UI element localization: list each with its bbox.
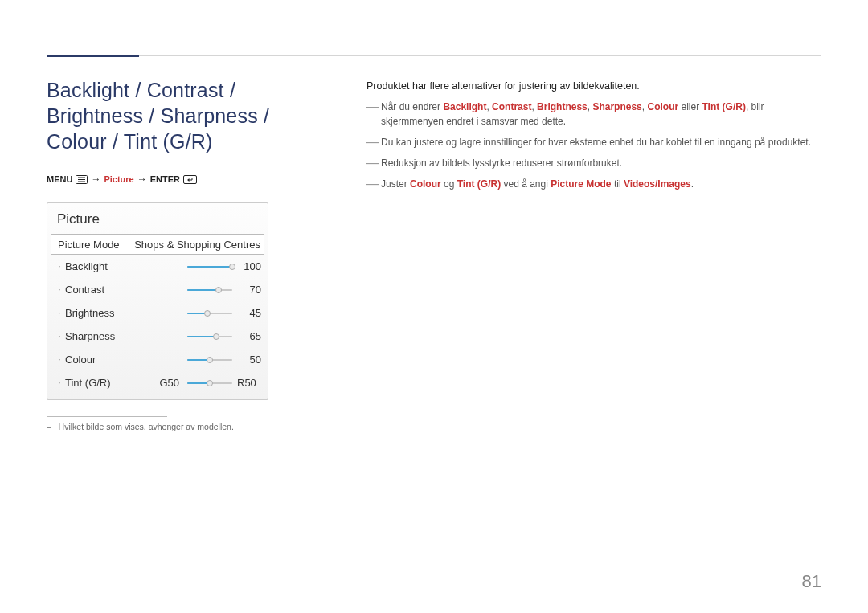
slider-label: Backlight — [65, 260, 182, 272]
slider-value: 65 — [237, 330, 261, 342]
menu-icon — [76, 175, 88, 184]
slider[interactable] — [187, 356, 232, 364]
sliders-container: ·Backlight100·Contrast70·Brightness45·Sh… — [47, 255, 268, 371]
slider-row[interactable]: ·Backlight100 — [47, 255, 268, 278]
note-2: ― Du kan justere og lagre innstillinger … — [366, 135, 821, 149]
bullet-icon: · — [57, 332, 62, 341]
slider-row[interactable]: ·Sharpness65 — [47, 325, 268, 348]
page-title: Backlight / Contrast / Brightness / Shar… — [47, 77, 312, 154]
slider-label: Brightness — [65, 307, 182, 319]
slider-label: Tint (G/R) — [65, 377, 154, 389]
slider-value: 70 — [237, 284, 261, 296]
breadcrumb: MENU → Picture → ENTER — [47, 174, 312, 185]
slider-label: Contrast — [65, 284, 182, 296]
right-column: Produktet har flere alternativer for jus… — [366, 80, 821, 198]
slider[interactable] — [187, 286, 232, 294]
note-text: Reduksjon av bildets lysstyrke reduserer… — [381, 156, 821, 170]
footnote-divider — [47, 416, 167, 417]
breadcrumb-picture: Picture — [104, 174, 133, 184]
bullet-icon: · — [57, 285, 62, 294]
slider[interactable] — [187, 309, 232, 317]
picture-mode-label: Picture Mode — [58, 239, 134, 251]
footnote: – Hvilket bilde som vises, avhenger av m… — [47, 422, 312, 431]
note-text: Juster Colour og Tint (G/R) ved å angi P… — [381, 177, 821, 191]
slider[interactable] — [187, 263, 232, 271]
page: Backlight / Contrast / Brightness / Shar… — [0, 0, 868, 613]
left-column: Backlight / Contrast / Brightness / Shar… — [47, 77, 312, 431]
slider-value: 100 — [237, 260, 261, 272]
slider-row[interactable]: ·Colour50 — [47, 348, 268, 371]
header-accent — [47, 55, 139, 57]
picture-panel: Picture Picture Mode Shops & Shopping Ce… — [47, 202, 268, 400]
slider-row[interactable]: ·Brightness45 — [47, 301, 268, 325]
breadcrumb-menu: MENU — [47, 174, 72, 184]
bullet-icon: · — [57, 355, 62, 364]
slider[interactable] — [187, 333, 232, 341]
slider-label: Colour — [65, 353, 182, 366]
note-1: ― Når du endrer Backlight, Contrast, Bri… — [366, 100, 821, 129]
dash-icon: ― — [366, 156, 381, 170]
breadcrumb-arrow: → — [91, 174, 100, 185]
body-intro: Produktet har flere alternativer for jus… — [366, 80, 821, 92]
bullet-icon: · — [57, 262, 62, 271]
dash-icon: ― — [366, 135, 381, 149]
note-text: Når du endrer Backlight, Contrast, Brigh… — [381, 100, 821, 129]
dash-icon: ― — [366, 100, 381, 129]
breadcrumb-arrow: → — [137, 174, 147, 185]
header-divider — [47, 55, 821, 56]
bullet-icon: · — [57, 309, 62, 317]
picture-mode-value: Shops & Shopping Centres — [134, 239, 260, 251]
bullet-icon: · — [57, 378, 62, 387]
page-number: 81 — [802, 571, 821, 592]
tint-right-value: R50 — [237, 377, 261, 389]
slider-label: Sharpness — [65, 330, 182, 342]
note-3: ― Reduksjon av bildets lysstyrke reduser… — [366, 156, 821, 170]
tint-left-value: G50 — [154, 377, 179, 389]
picture-mode-row[interactable]: Picture Mode Shops & Shopping Centres — [51, 234, 264, 255]
enter-icon — [183, 175, 197, 184]
note-4: ― Juster Colour og Tint (G/R) ved å angi… — [366, 177, 821, 191]
slider-row[interactable]: ·Contrast70 — [47, 278, 268, 301]
slider-value: 50 — [237, 353, 261, 366]
dash-icon: ― — [366, 177, 381, 191]
tint-row[interactable]: · Tint (G/R) G50 R50 — [47, 371, 268, 394]
tint-slider[interactable] — [187, 379, 232, 387]
note-text: Du kan justere og lagre innstillinger fo… — [381, 135, 821, 149]
breadcrumb-enter: ENTER — [150, 174, 180, 184]
slider-value: 45 — [237, 307, 261, 319]
panel-title: Picture — [47, 203, 268, 234]
